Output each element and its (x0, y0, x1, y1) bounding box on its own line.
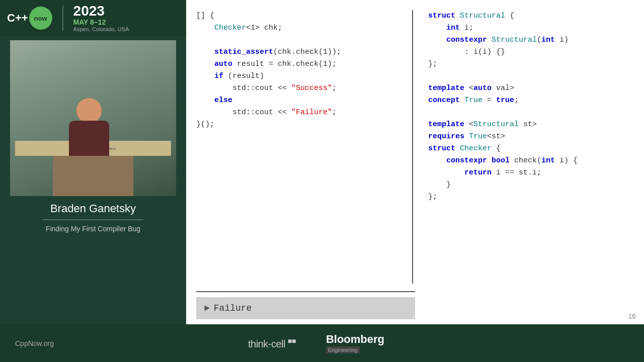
output-section: ► Failure (186, 289, 644, 324)
slide-number: 16 (628, 312, 636, 320)
code-line: requires True<st> (428, 131, 634, 143)
code-line: std::cout << "Success"; (196, 82, 402, 95)
bloomberg-sub: Engineering (326, 346, 360, 353)
bloomberg-name: Bloomberg (326, 333, 384, 346)
output-text: Failure (214, 303, 252, 313)
event-info: 2023 MAY 8–12 Aspen, Colorado, USA (73, 4, 129, 32)
code-line: : i(i) {} (428, 46, 634, 58)
code-line: } (428, 179, 634, 191)
podium (53, 156, 133, 196)
website-link[interactable]: CppNow.org (15, 339, 54, 347)
code-line: std::cout << "Failure"; (196, 107, 402, 119)
code-line: struct Structural { (428, 10, 634, 22)
top-bar: C++ now 2023 MAY 8–12 Aspen, Colorado, U… (0, 0, 186, 36)
event-location: Aspen, Colorado, USA (73, 26, 129, 32)
code-line: }; (428, 58, 634, 70)
video-area: Aspen Center for Physics (10, 40, 176, 196)
speaker-name: Braden Ganetsky (43, 202, 143, 215)
code-line: [] { (196, 10, 402, 22)
code-right: struct Structural { int i; constexpr Str… (413, 10, 634, 284)
event-year: 2023 (73, 4, 129, 18)
code-line: concept True = true; (428, 95, 634, 107)
logo-divider (62, 6, 63, 31)
code-line: int i; (428, 22, 634, 34)
code-line: auto result = chk.check(1); (196, 58, 402, 70)
speaker-info: Braden Ganetsky Finding My First Compile… (37, 196, 149, 239)
code-line (428, 70, 634, 82)
code-line: constexpr bool check(int i) { (428, 155, 634, 167)
code-divider (196, 291, 415, 292)
logo-area: C++ now 2023 MAY 8–12 Aspen, Colorado, U… (7, 4, 129, 32)
code-line: static_assert(chk.check(1)); (196, 46, 402, 58)
code-line: template <auto val> (428, 82, 634, 95)
code-line: if (result) (196, 70, 402, 82)
thinkcell-text: think-cell (248, 338, 285, 349)
code-line: constexpr Structural(int i) (428, 34, 634, 46)
code-line: template <Structural st> (428, 119, 634, 131)
code-left: [] { Checker<1> chk; static_assert(chk.c… (196, 10, 413, 284)
slide-panel: [] { Checker<1> chk; static_assert(chk.c… (186, 0, 644, 324)
code-line: struct Checker { (428, 143, 634, 155)
presenter-scene: Aspen Center for Physics (10, 40, 176, 196)
event-dates: MAY 8–12 (73, 18, 129, 26)
slide-code-area: [] { Checker<1> chk; static_assert(chk.c… (186, 0, 644, 289)
arrow-icon: ► (204, 303, 210, 313)
code-line (428, 107, 634, 119)
code-line: }(); (196, 119, 402, 131)
code-line: }; (428, 191, 634, 203)
sponsor-bloomberg: Bloomberg Engineering (326, 333, 384, 353)
sponsors-area: think-cell ■■ Bloomberg Engineering (248, 333, 384, 353)
cpp-prefix: C++ (7, 12, 28, 25)
left-panel: C++ now 2023 MAY 8–12 Aspen, Colorado, U… (0, 0, 186, 324)
code-line: return i == st.i; (428, 167, 634, 179)
code-line: else (196, 95, 402, 107)
speaker-divider (43, 219, 143, 220)
talk-title: Finding My First Compiler Bug (43, 224, 143, 233)
output-box: ► Failure (196, 297, 415, 319)
sponsor-thinkcell: think-cell ■■ (248, 337, 296, 350)
code-line (196, 34, 402, 46)
logo-circle: now (29, 7, 52, 30)
cppnow-logo: C++ now (7, 7, 52, 30)
thinkcell-icon: ■■ (288, 337, 296, 345)
code-line: Checker<1> chk; (196, 22, 402, 34)
bottom-bar: CppNow.org think-cell ■■ Bloomberg Engin… (0, 324, 644, 362)
